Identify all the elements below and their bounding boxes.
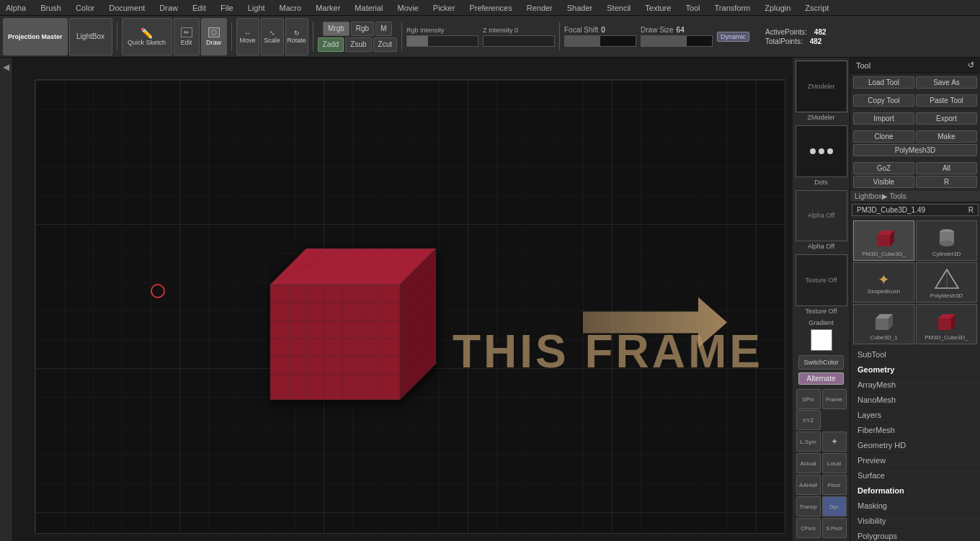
left-strip-arrow[interactable]: ◀	[3, 62, 9, 72]
menu-tool[interactable]: Tool	[682, 4, 703, 12]
mrgb-button[interactable]: Mrgb	[323, 22, 349, 36]
quick-sketch-button[interactable]: ✏️ Quick Sketch	[122, 18, 172, 55]
lightbox-button[interactable]: LightBox	[69, 18, 112, 55]
menu-zplugin[interactable]: Zplugin	[762, 4, 793, 12]
save-as-button[interactable]: Save As	[916, 76, 977, 89]
scale-button[interactable]: ⤡ Scale	[261, 18, 284, 55]
m-button[interactable]: M	[375, 22, 391, 36]
tool-thumb-pm3d[interactable]: PM3D_Cube3D_	[853, 220, 914, 261]
menu-material[interactable]: Material	[352, 4, 386, 12]
section-preview[interactable]: Preview	[850, 453, 980, 468]
load-tool-button[interactable]: Load Tool	[853, 76, 914, 89]
load-save-row: Load Tool Save As	[850, 73, 980, 91]
projection-master-button[interactable]: Projection Master	[3, 18, 68, 55]
z-intensity-slider[interactable]	[483, 35, 555, 47]
section-geometry-hd[interactable]: Geometry HD	[850, 438, 980, 453]
focal-shift-slider[interactable]	[564, 35, 636, 47]
rgb-button[interactable]: Rgb	[351, 22, 374, 36]
edit-button[interactable]: ✏ Edit	[174, 18, 200, 55]
menu-picker[interactable]: Picker	[430, 4, 458, 12]
spivot-button[interactable]: S.Pivot	[822, 518, 847, 538]
xyz-button[interactable]: XYZ	[796, 410, 821, 430]
section-layers[interactable]: Layers	[850, 408, 980, 423]
polymesh3d-button[interactable]: PolyMesh3D	[853, 144, 977, 156]
menu-shader[interactable]: Shader	[564, 4, 595, 12]
section-nanomesh[interactable]: NanoMesh	[850, 393, 980, 408]
tool-thumb-pm3d-2[interactable]: PM3D_Cube3D_	[916, 304, 977, 344]
r-button[interactable]: R	[916, 176, 977, 188]
export-button[interactable]: Export	[916, 112, 977, 125]
make-button[interactable]: Make	[916, 130, 977, 143]
dots-thumb[interactable]	[796, 125, 847, 177]
menu-render[interactable]: Render	[524, 4, 556, 12]
alpha-thumb[interactable]: Alpha Off	[796, 190, 847, 242]
menu-transform[interactable]: Transform	[712, 4, 754, 12]
tool-panel-header: Tool ↺	[850, 58, 980, 73]
zadd-button[interactable]: Zadd	[318, 37, 344, 52]
menu-movie[interactable]: Movie	[394, 4, 421, 12]
frame-button[interactable]: Frame	[822, 389, 847, 409]
visible-button[interactable]: Visible	[853, 176, 914, 188]
aahalf-button[interactable]: AAHalf	[796, 475, 821, 495]
local-button[interactable]: Local	[822, 453, 847, 473]
section-fibermesh[interactable]: FiberMesh	[850, 423, 980, 438]
section-deformation[interactable]: Deformation	[850, 483, 980, 498]
menu-preferences[interactable]: Preferences	[466, 4, 514, 12]
tool-thumb-cylinder[interactable]: Cylinder3D	[916, 220, 977, 261]
zmodeler-thumb[interactable]: ZModeler	[796, 61, 847, 112]
zmodeler-label: ZModeler	[807, 114, 834, 121]
move-button[interactable]: ↔ Move	[236, 18, 259, 55]
dynamic-btn[interactable]: Dyn	[822, 496, 847, 517]
all-button[interactable]: All	[916, 162, 977, 174]
cpivot-button[interactable]: CPivot	[796, 518, 821, 538]
section-surface[interactable]: Surface	[850, 468, 980, 483]
section-geometry[interactable]: Geometry	[850, 362, 980, 377]
clone-button[interactable]: Clone	[853, 130, 914, 143]
canvas-area[interactable]: THIS FRAME	[13, 58, 793, 541]
copy-tool-button[interactable]: Copy Tool	[853, 94, 914, 107]
menu-macro[interactable]: Macro	[277, 4, 305, 12]
zcut-button[interactable]: Zcut	[373, 37, 397, 52]
transp-button[interactable]: Transp	[796, 496, 821, 517]
tool-thumb-polymesh[interactable]: PolyMesh3D	[916, 262, 977, 303]
switchcolor-button[interactable]: SwitchColor	[798, 355, 843, 370]
dynamic-tag[interactable]: Dynamic	[717, 32, 749, 42]
sym-icon-button[interactable]: ✦	[822, 432, 847, 452]
section-subtool[interactable]: SubTool	[850, 347, 980, 362]
actual-button[interactable]: Actual	[796, 453, 821, 473]
menu-stencil[interactable]: Stencil	[604, 4, 633, 12]
tool-thumb-simple-brush[interactable]: ✦ SimpleBrush	[853, 262, 914, 303]
menu-document[interactable]: Document	[106, 4, 148, 12]
tool-thumb-cube3d-1[interactable]: Cube3D_1	[853, 304, 914, 344]
rgb-intensity-slider[interactable]	[406, 35, 478, 47]
menu-file[interactable]: File	[218, 4, 236, 12]
refresh-icon[interactable]: ↺	[968, 61, 974, 70]
spix-button[interactable]: SPix	[796, 389, 821, 409]
zsub-button[interactable]: Zsub	[345, 37, 371, 52]
lsym-button[interactable]: L.Sym	[796, 432, 821, 452]
paste-tool-button[interactable]: Paste Tool	[916, 94, 977, 107]
section-arraymesh[interactable]: ArrayMesh	[850, 377, 980, 393]
menu-alpha[interactable]: Alpha	[3, 4, 29, 12]
draw-size-slider[interactable]	[641, 35, 713, 47]
section-masking[interactable]: Masking	[850, 498, 980, 514]
section-polygroups[interactable]: Polygroups	[850, 529, 980, 541]
menu-brush[interactable]: Brush	[37, 4, 64, 12]
rotate-button[interactable]: ↻ Rotate	[285, 18, 308, 55]
menu-texture[interactable]: Texture	[642, 4, 674, 12]
section-visibility[interactable]: Visibility	[850, 514, 980, 529]
goz-button[interactable]: GoZ	[853, 162, 914, 174]
alternate-button[interactable]: Alternate	[798, 372, 843, 385]
texture-thumb[interactable]: Texture Off	[796, 254, 847, 306]
color-swatch[interactable]	[811, 329, 832, 351]
menu-edit[interactable]: Edit	[190, 4, 209, 12]
menu-light[interactable]: Light	[245, 4, 268, 12]
menu-marker[interactable]: Marker	[313, 4, 343, 12]
canvas-background[interactable]: THIS FRAME	[35, 79, 785, 534]
floor-button[interactable]: Floor	[822, 475, 847, 495]
menu-color[interactable]: Color	[73, 4, 97, 12]
menu-zscript[interactable]: Zscript	[802, 4, 832, 12]
import-button[interactable]: Import	[853, 112, 914, 125]
draw-button[interactable]: ⬡ Draw	[201, 18, 227, 55]
menu-draw[interactable]: Draw	[156, 4, 181, 12]
